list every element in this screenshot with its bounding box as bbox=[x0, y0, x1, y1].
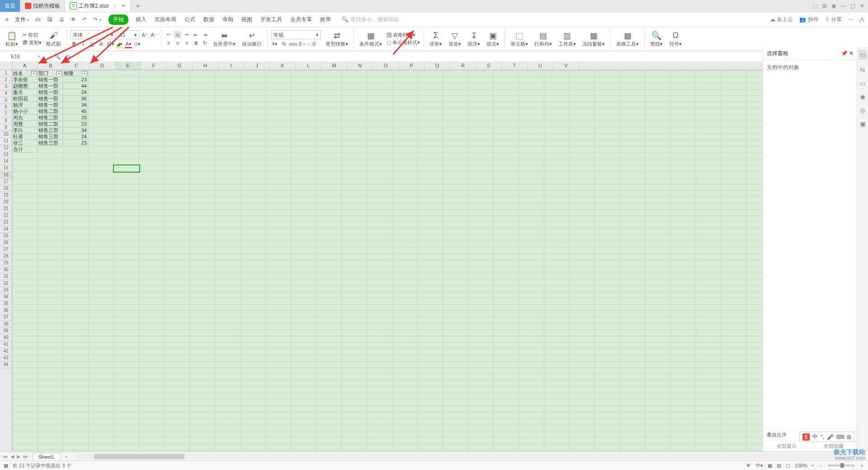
tool5-icon[interactable]: ◎ bbox=[860, 107, 865, 114]
cell[interactable]: 周慧 bbox=[12, 121, 38, 127]
ime-lang[interactable]: 中 bbox=[812, 433, 818, 441]
row-header[interactable]: 8 bbox=[0, 118, 12, 124]
col-header[interactable]: E bbox=[115, 61, 141, 70]
row-header[interactable]: 15 bbox=[0, 165, 12, 172]
strike-icon[interactable]: A̶ bbox=[98, 40, 105, 47]
ime-mic-icon[interactable]: 🎤 bbox=[827, 434, 834, 440]
currency-icon[interactable]: ¥▾ bbox=[271, 40, 278, 47]
row-header[interactable]: 44 bbox=[0, 362, 12, 368]
ribbon-tab-3[interactable]: 公式 bbox=[184, 14, 196, 25]
paste-button[interactable]: 📋粘贴▾ bbox=[3, 31, 21, 47]
rowcol-button[interactable]: ▤行和列▾ bbox=[532, 31, 555, 47]
ribbon-tab-0[interactable]: 开始 bbox=[108, 14, 128, 25]
row-header[interactable]: 40 bbox=[0, 334, 12, 341]
cell[interactable]: 李依依 bbox=[12, 76, 38, 83]
sheet-last-icon[interactable]: ⏭ bbox=[23, 454, 28, 460]
filter-toggle[interactable]: ▾ bbox=[31, 71, 37, 76]
coop[interactable]: 👥 协作 bbox=[799, 16, 818, 24]
cell[interactable]: 销售一部 bbox=[38, 89, 63, 95]
cell[interactable]: 欧阳花 bbox=[12, 95, 38, 102]
zoom-label[interactable]: 100% bbox=[795, 463, 807, 468]
row-header[interactable]: 27 bbox=[0, 246, 12, 253]
row-header[interactable]: 23 bbox=[0, 219, 12, 226]
sheet-tab[interactable]: Sheet1 bbox=[33, 453, 60, 461]
col-header[interactable]: D bbox=[90, 61, 115, 70]
tool2-icon[interactable]: ⇆ bbox=[860, 66, 865, 73]
align-right-icon[interactable]: ≡ bbox=[183, 39, 190, 47]
ime-kb-icon[interactable]: ⌨ bbox=[836, 434, 844, 440]
cell[interactable]: 34 bbox=[63, 127, 88, 133]
cell[interactable]: 24 bbox=[63, 133, 88, 140]
row-header[interactable]: 22 bbox=[0, 212, 12, 219]
row-header[interactable]: 2 bbox=[0, 77, 12, 84]
font-size[interactable]: 11▾ bbox=[118, 30, 139, 39]
cell[interactable]: 23 bbox=[63, 140, 88, 146]
col-header[interactable]: Q bbox=[425, 61, 450, 70]
row-header[interactable]: 35 bbox=[0, 301, 12, 307]
grow-font-icon[interactable]: A⁺ bbox=[141, 31, 148, 38]
cell[interactable]: 销售三部 bbox=[38, 140, 63, 146]
cell[interactable]: 34 bbox=[63, 102, 88, 108]
underline-icon[interactable]: U bbox=[89, 40, 96, 47]
row-header[interactable]: 12 bbox=[0, 145, 12, 151]
fx-search-icon[interactable]: 🔍 bbox=[51, 53, 63, 60]
filter-toggle[interactable]: ▾ bbox=[57, 71, 62, 76]
col-header[interactable]: R bbox=[450, 61, 476, 70]
copy-button[interactable]: 🗐 复制▾ bbox=[23, 39, 42, 46]
cell[interactable]: 销售二部 bbox=[38, 114, 63, 121]
cell-style[interactable]: ▢ 单元格样式▾ bbox=[387, 39, 420, 46]
cell[interactable]: 部门▾ bbox=[38, 70, 63, 76]
row-header[interactable]: 33 bbox=[0, 287, 12, 294]
fill-button[interactable]: ▣填充▾ bbox=[484, 31, 502, 47]
border-icon[interactable]: 田▾ bbox=[107, 40, 114, 47]
shrink-font-icon[interactable]: A⁻ bbox=[150, 31, 157, 38]
ribbon-tab-9[interactable]: 效率 bbox=[319, 14, 332, 25]
row-header[interactable]: 24 bbox=[0, 226, 12, 233]
cell[interactable]: 周先 bbox=[12, 114, 38, 121]
cells-area[interactable]: 姓名▾部门▾销量▾李依依销售一部23赵晓慧销售一部44秦天销售一部24欧阳花销售… bbox=[12, 70, 763, 452]
font-name[interactable]: 宋体▾ bbox=[71, 30, 116, 39]
row-header[interactable]: 41 bbox=[0, 341, 12, 348]
cell[interactable]: 24 bbox=[63, 89, 88, 95]
align-bot-icon[interactable]: ⬵ bbox=[183, 31, 190, 38]
select-tool-icon[interactable]: ▭ bbox=[859, 50, 867, 60]
col-header[interactable]: K bbox=[270, 61, 296, 70]
row-header[interactable]: 26 bbox=[0, 240, 12, 246]
col-header[interactable]: B bbox=[38, 61, 64, 70]
cell[interactable]: 销售一部 bbox=[38, 95, 63, 102]
row-header[interactable]: 10 bbox=[0, 131, 12, 138]
font-color-icon[interactable]: A▾ bbox=[125, 40, 132, 47]
qat-undo-icon[interactable]: ↶ bbox=[80, 15, 89, 24]
cell[interactable]: 销售一部 bbox=[38, 102, 63, 108]
row-header[interactable]: 6 bbox=[0, 104, 12, 111]
fill-color-icon[interactable]: ◢▾ bbox=[116, 40, 123, 47]
col-header[interactable]: M bbox=[321, 61, 347, 70]
ime-punct-icon[interactable]: °, bbox=[821, 434, 824, 440]
align-justify-icon[interactable]: ≣ bbox=[192, 39, 199, 47]
cell[interactable]: 赵晓慧 bbox=[12, 83, 38, 89]
maximize-icon[interactable]: ▢ bbox=[850, 3, 855, 9]
align-center-icon[interactable]: ≡ bbox=[174, 39, 181, 47]
cell[interactable]: 销售三部 bbox=[38, 133, 63, 140]
row-header[interactable]: 17 bbox=[0, 179, 12, 185]
eye-icon[interactable]: 👁 bbox=[746, 463, 751, 468]
dec-dec-icon[interactable]: ←.0 bbox=[307, 40, 315, 47]
col-header[interactable]: F bbox=[141, 61, 167, 70]
cell[interactable]: 销量▾ bbox=[63, 70, 88, 76]
ribbon-tab-1[interactable]: 插入 bbox=[135, 14, 147, 25]
cell[interactable]: 李白 bbox=[12, 127, 38, 133]
indent-inc-icon[interactable]: ⇥ bbox=[201, 31, 208, 38]
row-header[interactable]: 1 bbox=[0, 70, 12, 77]
type-convert[interactable]: ⇄类型转换▾ bbox=[323, 31, 351, 47]
cut-button[interactable]: ✂ 剪切 bbox=[23, 32, 38, 38]
ime-grid-icon[interactable]: ⊞ bbox=[847, 434, 851, 440]
ribbon-tab-6[interactable]: 视图 bbox=[241, 14, 253, 25]
row-header[interactable]: 14 bbox=[0, 158, 12, 165]
col-header[interactable]: C bbox=[64, 61, 90, 70]
more-icon[interactable]: ⋯ bbox=[848, 16, 854, 23]
cell[interactable]: 秦天 bbox=[12, 89, 38, 95]
h-scrollbar[interactable] bbox=[76, 454, 864, 459]
cell[interactable]: 销售二部 bbox=[38, 121, 63, 127]
italic-icon[interactable]: I bbox=[80, 40, 87, 47]
row-header[interactable]: 39 bbox=[0, 328, 12, 334]
